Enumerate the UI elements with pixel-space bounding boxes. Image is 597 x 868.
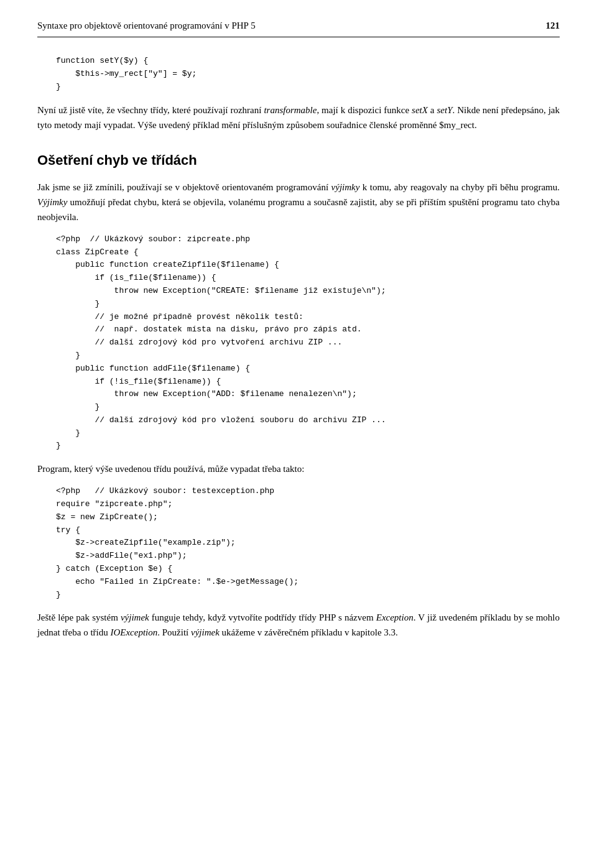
page-header: Syntaxe pro objektově orientované progra… [37, 19, 560, 37]
paragraph-1-text: Nyní už jistě víte, že všechny třídy, kt… [37, 105, 264, 115]
paragraph-2: Jak jsme se již zmínili, používají se v … [37, 180, 560, 224]
paragraph-4: Ještě lépe pak systém výjimek funguje te… [37, 610, 560, 640]
paragraph-3: Program, který výše uvedenou třídu použí… [37, 461, 560, 476]
italic-ioexception: IOException [110, 627, 157, 637]
paragraph-2-text: Jak jsme se již zmínili, používají se v … [37, 182, 331, 192]
section-heading: Ošetření chyb ve třídách [37, 150, 560, 171]
paragraph-4b: funguje tehdy, když vytvoříte podtřídy t… [149, 612, 376, 622]
italic-sety: setY [437, 105, 453, 115]
paragraph-2c: umožňují předat chybu, která se objevila… [37, 197, 560, 222]
paragraph-4e: ukážeme v závěrečném příkladu v kapitole… [220, 627, 398, 637]
paragraph-1c: a [428, 105, 437, 115]
italic-setx: setX [412, 105, 428, 115]
page-number: 121 [546, 19, 560, 33]
paragraph-1: Nyní už jistě víte, že všechny třídy, kt… [37, 103, 560, 132]
italic-exception: Exception [376, 612, 414, 622]
code-block-1: function setY($y) { $this->my_rect["y"] … [56, 55, 560, 93]
italic-vyjimky: výjimky [331, 182, 360, 192]
italic-vyjimky-2: Výjimky [37, 197, 67, 207]
italic-transformable: transformable [264, 105, 317, 115]
header-title: Syntaxe pro objektově orientované progra… [37, 19, 256, 33]
code-block-2: <?php // Ukázkový soubor: zipcreate.php … [56, 233, 560, 453]
code-block-3: <?php // Ukázkový soubor: testexception.… [56, 485, 560, 601]
paragraph-4d: . Použití [157, 627, 191, 637]
paragraph-2b: k tomu, aby reagovaly na chyby při běhu … [359, 182, 560, 192]
italic-vyjimek-2: výjimek [191, 627, 220, 637]
paragraph-4a: Ještě lépe pak systém [37, 612, 121, 622]
italic-vyjimek: výjimek [121, 612, 149, 622]
paragraph-1b: , mají k dispozici funkce [317, 105, 412, 115]
